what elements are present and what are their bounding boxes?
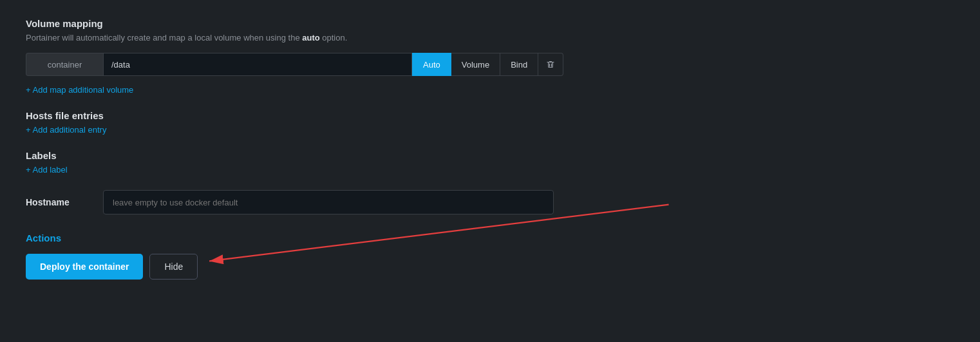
volume-mapping-description: Portainer will automatically create and … (26, 33, 954, 43)
volume-mapping-section: Volume mapping Portainer will automatica… (26, 18, 954, 95)
add-volume-link[interactable]: + Add map additional volume (26, 85, 954, 95)
volume-mapping-desc-prefix: Portainer will automatically create and … (26, 33, 302, 43)
volume-row: container Auto Volume Bind (26, 53, 954, 76)
labels-title: Labels (26, 150, 954, 161)
volume-path-input[interactable] (103, 53, 412, 76)
deploy-container-button[interactable]: Deploy the container (26, 254, 143, 280)
hostname-label: Hostname (26, 197, 90, 207)
actions-title: Actions (26, 233, 954, 243)
hostname-row: Hostname (26, 190, 954, 214)
volume-mapping-desc-keyword: auto (302, 33, 319, 43)
hosts-file-entries-title: Hosts file entries (26, 110, 954, 121)
actions-buttons: Deploy the container Hide (26, 254, 954, 280)
actions-section: Actions Deploy the container Hide (26, 233, 954, 280)
labels-section: Labels + Add label (26, 150, 954, 175)
volume-mapping-title: Volume mapping (26, 18, 954, 29)
trash-icon (546, 60, 555, 69)
add-label-link[interactable]: + Add label (26, 165, 954, 175)
delete-volume-button[interactable] (538, 53, 563, 76)
volume-button[interactable]: Volume (451, 53, 500, 76)
volume-type-buttons: Auto Volume Bind (412, 53, 563, 76)
hostname-input[interactable] (103, 190, 554, 214)
volume-mapping-desc-suffix: option. (320, 33, 348, 43)
add-host-entry-link[interactable]: + Add additional entry (26, 125, 954, 135)
hide-button[interactable]: Hide (149, 254, 198, 280)
hosts-file-entries-section: Hosts file entries + Add additional entr… (26, 110, 954, 135)
bind-button[interactable]: Bind (500, 53, 538, 76)
volume-container-label: container (26, 53, 103, 76)
auto-button[interactable]: Auto (412, 53, 451, 76)
